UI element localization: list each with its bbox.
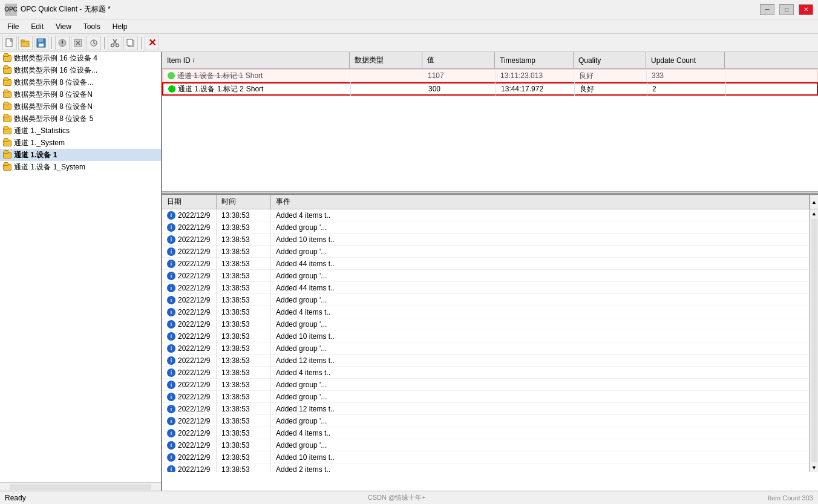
log-row-17[interactable]: i 2022/12/9 13:38:53 Added group '...: [162, 415, 810, 427]
log-cell-time-18: 13:38:53: [217, 427, 271, 439]
col-header-updatecount[interactable]: Update Count: [646, 52, 725, 68]
tree-item-3[interactable]: 数据类型示例 8 位设备N: [0, 88, 161, 100]
log-scrollbar[interactable]: ▲ ▼: [810, 209, 818, 472]
col-header-quality[interactable]: Quality: [574, 52, 646, 68]
tree-item-5[interactable]: 数据类型示例 8 位设备 5: [0, 113, 161, 125]
info-icon-15: i: [167, 393, 175, 401]
toolbar-copy[interactable]: [123, 36, 138, 50]
tree-item-2[interactable]: 数据类型示例 8 位设备...: [0, 76, 161, 88]
log-row-20[interactable]: i 2022/12/9 13:38:53 Added 10 items t..: [162, 451, 810, 463]
tree-h-scrollbar[interactable]: [0, 482, 161, 491]
tree-item-8[interactable]: 通道 1.设备 1: [0, 149, 161, 161]
log-row-14[interactable]: i 2022/12/9 13:38:53 Added group '...: [162, 379, 810, 391]
log-cell-event-15: Added group '...: [271, 391, 810, 403]
log-cell-time-19: 13:38:53: [217, 439, 271, 451]
log-row-10[interactable]: i 2022/12/9 13:38:53 Added 10 items t..: [162, 330, 810, 342]
tree-item-1[interactable]: 数据类型示例 16 位设备...: [0, 64, 161, 76]
log-cell-event-6: Added 44 items t..: [271, 282, 810, 294]
log-scroll-up[interactable]: ▲: [810, 195, 818, 209]
log-row-18[interactable]: i 2022/12/9 13:38:53 Added 4 items t..: [162, 427, 810, 439]
log-row-5[interactable]: i 2022/12/9 13:38:53 Added group '...: [162, 270, 810, 282]
svg-rect-5: [38, 39, 43, 42]
toolbar-new[interactable]: [2, 36, 17, 50]
log-row-9[interactable]: i 2022/12/9 13:38:53 Added group '...: [162, 318, 810, 330]
grid-header: Item ID / 数据类型 值 Timestamp Quality Updat…: [162, 52, 818, 69]
log-cell-event-9: Added group '...: [271, 318, 810, 330]
col-header-datatype[interactable]: 数据类型: [350, 52, 422, 68]
toolbar-open[interactable]: [18, 36, 33, 50]
log-body[interactable]: i 2022/12/9 13:38:53 Added 4 items t.. i…: [162, 209, 810, 472]
log-row-16[interactable]: i 2022/12/9 13:38:53 Added 12 items t..: [162, 403, 810, 415]
log-row-3[interactable]: i 2022/12/9 13:38:53 Added group '...: [162, 246, 810, 258]
log-cell-date-2: i 2022/12/9: [162, 234, 217, 246]
log-col-date: 日期: [162, 195, 217, 209]
log-row-6[interactable]: i 2022/12/9 13:38:53 Added 44 items t..: [162, 282, 810, 294]
log-row-7[interactable]: i 2022/12/9 13:38:53 Added group '...: [162, 294, 810, 306]
menu-help[interactable]: Help: [108, 21, 133, 32]
minimize-button[interactable]: ─: [760, 4, 774, 15]
log-cell-event-11: Added group '...: [271, 342, 810, 355]
menu-tools[interactable]: Tools: [79, 21, 105, 32]
log-cell-date-15: i 2022/12/9: [162, 391, 217, 403]
toolbar-save[interactable]: [34, 36, 48, 50]
toolbar-sep-1: [51, 37, 52, 49]
toolbar-btn-4[interactable]: [55, 36, 70, 50]
grid-row-0[interactable]: 通道 1.设备 1.标记 1 Short Short 1107 13:11:23…: [162, 69, 818, 82]
app-title: OPC Quick Client - 无标题 *: [21, 4, 111, 15]
log-row-8[interactable]: i 2022/12/9 13:38:53 Added 4 items t..: [162, 306, 810, 318]
menu-view[interactable]: View: [51, 21, 76, 32]
info-icon-3: i: [167, 247, 175, 256]
log-cell-date-0: i 2022/12/9: [162, 209, 217, 221]
menu-bar: File Edit View Tools Help: [0, 19, 818, 34]
tree-item-0[interactable]: 数据类型示例 16 位设备 4: [0, 52, 161, 64]
log-row-19[interactable]: i 2022/12/9 13:38:53 Added group '...: [162, 439, 810, 451]
info-icon-13: i: [167, 368, 175, 377]
log-row-21[interactable]: i 2022/12/9 13:38:53 Added 2 items t..: [162, 463, 810, 472]
log-row-13[interactable]: i 2022/12/9 13:38:53 Added 4 items t..: [162, 367, 810, 379]
maximize-button[interactable]: □: [779, 4, 794, 15]
log-row-4[interactable]: i 2022/12/9 13:38:53 Added 44 items t..: [162, 258, 810, 270]
log-col-time: 时间: [217, 195, 271, 209]
log-row-11[interactable]: i 2022/12/9 13:38:53 Added group '...: [162, 342, 810, 355]
grid-row-1[interactable]: 通道 1.设备 1.标记 2 Short Short 300 13:44:17.…: [162, 82, 818, 96]
log-cell-time-9: 13:38:53: [217, 318, 271, 330]
toolbar-delete[interactable]: ✕: [145, 36, 159, 50]
log-cell-date-10: i 2022/12/9: [162, 330, 217, 342]
toolbar-cut[interactable]: [108, 36, 122, 50]
log-row-1[interactable]: i 2022/12/9 13:38:53 Added group '...: [162, 221, 810, 234]
log-scroll-down-btn[interactable]: ▼: [810, 463, 818, 472]
log-col-event: 事件: [271, 195, 810, 209]
log-scroll-up-btn[interactable]: ▲: [810, 209, 818, 218]
col-header-value[interactable]: 值: [422, 52, 495, 68]
log-cell-time-10: 13:38:53: [217, 330, 271, 342]
log-cell-event-14: Added group '...: [271, 379, 810, 391]
toolbar: ✕: [0, 34, 818, 52]
log-row-15[interactable]: i 2022/12/9 13:38:53 Added group '...: [162, 391, 810, 403]
info-icon-1: i: [167, 223, 175, 232]
log-row-2[interactable]: i 2022/12/9 13:38:53 Added 10 items t..: [162, 234, 810, 246]
log-cell-date-19: i 2022/12/9: [162, 439, 217, 451]
tree-item-4[interactable]: 数据类型示例 8 位设备N: [0, 100, 161, 113]
toolbar-btn-5[interactable]: [71, 36, 85, 50]
log-row-12[interactable]: i 2022/12/9 13:38:53 Added 12 items t..: [162, 355, 810, 367]
folder-icon-2: [2, 77, 12, 87]
col-header-timestamp[interactable]: Timestamp: [495, 52, 574, 68]
col-header-itemid[interactable]: Item ID /: [162, 52, 350, 68]
tree-item-9[interactable]: 通道 1.设备 1_System: [0, 161, 161, 173]
item-count: Item Count 303: [768, 494, 813, 502]
info-icon-6: i: [167, 284, 175, 292]
log-content: i 2022/12/9 13:38:53 Added 4 items t.. i…: [162, 209, 818, 472]
log-row-0[interactable]: i 2022/12/9 13:38:53 Added 4 items t..: [162, 209, 810, 221]
toolbar-btn-6[interactable]: [87, 36, 101, 50]
log-cell-date-18: i 2022/12/9: [162, 427, 217, 439]
menu-edit[interactable]: Edit: [26, 21, 48, 32]
close-button[interactable]: ✕: [799, 4, 813, 15]
menu-file[interactable]: File: [2, 21, 24, 32]
info-icon-16: i: [167, 405, 175, 413]
tree-item-7[interactable]: 通道 1._System: [0, 137, 161, 149]
tree-scroll[interactable]: 数据类型示例 16 位设备 4 数据类型示例 16 位设备... 数据类型示例 …: [0, 52, 161, 482]
tree-item-6[interactable]: 通道 1._Statistics: [0, 125, 161, 137]
folder-icon-4: [2, 102, 12, 111]
log-cell-time-20: 13:38:53: [217, 451, 271, 463]
log-cell-event-16: Added 12 items t..: [271, 403, 810, 415]
